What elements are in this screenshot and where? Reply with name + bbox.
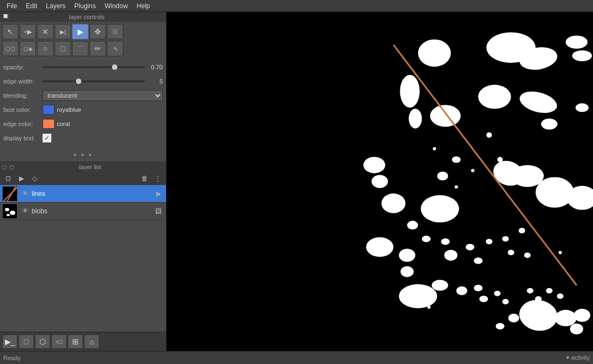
face-color-swatch[interactable] xyxy=(43,105,55,115)
layer-shapes-btn[interactable]: ▶ xyxy=(15,173,27,184)
layer-eye-blobs[interactable]: 👁 xyxy=(20,206,31,217)
tool-bezier[interactable]: ∿ xyxy=(107,41,123,56)
layer-points-btn[interactable]: ⊡ xyxy=(2,173,14,184)
tool-freehand[interactable]: ⌒ xyxy=(72,41,88,56)
layer-eye-lines[interactable]: 👁 xyxy=(20,188,31,199)
svg-point-32 xyxy=(399,249,416,262)
display-text-label: display text: xyxy=(3,135,43,141)
square-btn[interactable]: □ xyxy=(19,335,34,349)
svg-point-65 xyxy=(428,306,431,309)
svg-point-59 xyxy=(570,324,583,335)
tool-remove-node[interactable]: ✕ xyxy=(37,24,54,39)
activity-text: ▾ activity xyxy=(566,354,590,361)
blending-row: blending: translucent opaque additive xyxy=(3,89,163,102)
menu-window[interactable]: Window xyxy=(100,1,132,11)
menu-plugins[interactable]: Plugins xyxy=(70,1,100,11)
tool-select-arrow2[interactable]: ▶ xyxy=(72,24,88,39)
layer-controls-header: 🔲 layer controls xyxy=(0,12,166,22)
opacity-label: opacity: xyxy=(3,64,43,70)
canvas-svg xyxy=(167,12,593,351)
svg-rect-2 xyxy=(3,204,17,219)
menu-help[interactable]: Help xyxy=(132,1,155,11)
svg-point-12 xyxy=(400,75,420,108)
menu-edit[interactable]: Edit xyxy=(21,1,41,11)
layer-list-section: ⬡ ⬡ layer list ⊡ ▶ ◇ 🗑 ⋮ xyxy=(0,162,166,351)
layer-name-blobs: blobs xyxy=(32,207,153,215)
menu-file[interactable]: File xyxy=(2,1,21,11)
svg-point-25 xyxy=(487,132,492,138)
layer-list-toolbar: ⊡ ▶ ◇ 🗑 ⋮ xyxy=(0,172,166,185)
layer-type-icon-blobs: 🖼 xyxy=(153,206,164,217)
edge-width-slider[interactable] xyxy=(43,80,145,82)
svg-point-22 xyxy=(421,195,459,223)
layer-type-icon-lines: ▶ xyxy=(153,188,164,199)
edge-width-thumb[interactable] xyxy=(76,79,81,84)
bottom-statusbar: Ready ▾ activity xyxy=(0,351,593,364)
svg-point-50 xyxy=(494,291,501,296)
svg-point-60 xyxy=(508,314,519,323)
tool-node-edit[interactable]: ⬡⬡ xyxy=(2,41,19,56)
3d-box-btn[interactable]: ⬡ xyxy=(35,335,50,349)
svg-point-43 xyxy=(508,250,514,255)
tool-rect[interactable]: □ xyxy=(55,41,71,56)
svg-point-10 xyxy=(566,35,588,49)
layer-labels-btn[interactable]: ◇ xyxy=(28,173,40,184)
svg-point-14 xyxy=(430,105,461,127)
svg-point-13 xyxy=(409,109,422,128)
layer-controls-collapse[interactable]: 🔲 xyxy=(2,13,10,21)
display-text-row: display text: ✓ xyxy=(3,132,163,144)
svg-point-62 xyxy=(433,147,436,150)
layer-list-title: layer list xyxy=(16,164,164,170)
layer-controls-section: 🔲 layer controls ↖ +▶ ✕ ▶| ▶ ✥ ↻⃝ ⬡⬡ ⬡◈ … xyxy=(0,12,166,162)
layer-item-lines[interactable]: 👁 lines ▶ xyxy=(0,185,166,202)
edge-color-swatch[interactable] xyxy=(43,119,55,129)
edge-width-slider-container: 5 xyxy=(43,78,163,85)
face-color-name: royalblue xyxy=(57,106,81,113)
svg-point-15 xyxy=(478,85,511,109)
svg-point-3 xyxy=(5,208,9,211)
tool-polygon-edit[interactable]: ⬡◈ xyxy=(20,41,36,56)
svg-point-49 xyxy=(479,296,488,302)
svg-point-45 xyxy=(399,284,437,308)
tool-rows: ↖ +▶ ✕ ▶| ▶ ✥ ↻⃝ ⬡⬡ ⬡◈ ○ □ ⌒ ✏ ∿ xyxy=(0,22,166,59)
svg-point-58 xyxy=(574,309,590,322)
tool-pen[interactable]: ✏ xyxy=(90,41,106,56)
menu-layers[interactable]: Layers xyxy=(41,1,70,11)
edge-width-label: edge width: xyxy=(3,78,43,85)
edge-color-label: edge color: xyxy=(3,121,43,127)
blending-select[interactable]: translucent opaque additive xyxy=(43,90,163,101)
layer-item-blobs[interactable]: 👁 blobs 🖼 xyxy=(0,202,166,220)
svg-point-5 xyxy=(7,214,10,216)
opacity-slider-container: 0.70 xyxy=(43,64,163,70)
svg-point-21 xyxy=(382,194,406,213)
edge-width-value: 5 xyxy=(147,78,163,85)
tool-move[interactable]: ✥ xyxy=(90,24,106,39)
tool-select-arrow[interactable]: ↖ xyxy=(2,24,19,39)
opacity-row: opacity: 0.70 xyxy=(3,61,163,73)
tool-ellipse[interactable]: ○ xyxy=(37,41,54,56)
canvas-area[interactable] xyxy=(167,12,593,351)
svg-point-36 xyxy=(441,238,450,245)
grid-btn[interactable]: ⊞ xyxy=(68,335,83,349)
home-btn[interactable]: ⌂ xyxy=(84,335,99,349)
tool-rotate[interactable]: ↻⃝ xyxy=(107,24,123,39)
tool-select-fill[interactable]: ▶| xyxy=(55,24,71,39)
layer-menu-btn[interactable]: ⋮ xyxy=(152,173,164,184)
svg-point-35 xyxy=(422,236,431,242)
svg-point-7 xyxy=(418,39,451,67)
display-text-checkbox[interactable]: ✓ xyxy=(43,134,51,142)
svg-point-38 xyxy=(466,244,475,250)
svg-point-46 xyxy=(432,280,448,291)
delete-layer-btn[interactable]: 🗑 xyxy=(139,173,151,184)
edge-color-name: coral xyxy=(57,121,70,127)
import-btn[interactable]: ↑□ xyxy=(51,335,67,349)
svg-point-52 xyxy=(527,288,533,294)
opacity-value: 0.70 xyxy=(147,64,163,70)
svg-point-23 xyxy=(437,171,448,180)
check-mark-icon: ✓ xyxy=(44,134,50,142)
svg-point-41 xyxy=(502,236,509,242)
opacity-slider[interactable] xyxy=(43,66,145,68)
opacity-thumb[interactable] xyxy=(112,64,117,70)
tool-add-node[interactable]: +▶ xyxy=(20,24,36,39)
terminal-btn[interactable]: ▶_ xyxy=(2,335,17,349)
